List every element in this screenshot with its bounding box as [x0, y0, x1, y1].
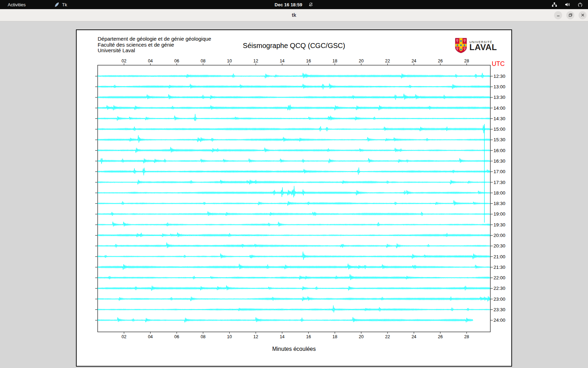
- x-tick-label-top: 20: [359, 59, 364, 63]
- x-tick-label-top: 18: [332, 59, 337, 63]
- trace-time-label: 21:30: [493, 265, 505, 270]
- trace-time-label: 18:30: [493, 201, 505, 206]
- x-tick-label-top: 16: [306, 59, 311, 63]
- app-menu-label: Tk: [62, 2, 67, 7]
- muted-bell-icon: [308, 2, 313, 7]
- top-bar: Activities Tk Dec 16 18:59: [0, 0, 588, 9]
- x-tick-label-top: 12: [253, 59, 258, 63]
- seismo-trace: [98, 168, 490, 176]
- seismo-trace: [98, 274, 490, 280]
- x-tick-label-top: 26: [438, 59, 443, 63]
- utc-label: UTC: [492, 60, 505, 68]
- seismo-trace: [98, 243, 490, 248]
- trace-time-label: 22:30: [493, 286, 505, 291]
- x-tick-label-top: 28: [464, 59, 469, 63]
- trace-time-label: 23:00: [493, 297, 505, 302]
- clock-button[interactable]: Dec 16 18:59: [275, 2, 314, 7]
- x-tick-label-bottom: 10: [227, 334, 232, 339]
- x-tick-label-bottom: 28: [464, 334, 469, 339]
- trace-time-label: 15:00: [493, 127, 505, 132]
- x-tick-label-bottom: 08: [201, 334, 205, 339]
- seismo-trace: [98, 83, 490, 89]
- seismo-trace: [98, 200, 490, 206]
- x-tick-label-bottom: 06: [174, 334, 179, 339]
- minimize-icon: [556, 13, 560, 17]
- network-wired-icon: [552, 2, 557, 7]
- seismograph-plot: 0202040406060808101012121414161618182020…: [77, 30, 511, 366]
- x-tick-label-bottom: 16: [306, 334, 311, 339]
- trace-time-label: 13:00: [493, 84, 505, 89]
- trace-time-label: 24:00: [493, 318, 505, 323]
- power-icon: [578, 2, 583, 7]
- seismo-trace: [98, 211, 490, 216]
- app-menu-button[interactable]: Tk: [54, 2, 67, 7]
- x-tick-label-bottom: 18: [332, 334, 337, 339]
- trace-time-label: 12:30: [493, 74, 505, 79]
- seismo-trace: [98, 222, 490, 226]
- close-icon: [581, 13, 585, 17]
- seismo-trace: [98, 186, 490, 197]
- seismograph-card: Département de géologie et de génie géol…: [76, 29, 512, 367]
- x-tick-label-bottom: 22: [385, 334, 390, 339]
- x-tick-label-bottom: 26: [438, 334, 443, 339]
- restore-icon: [568, 13, 573, 17]
- x-tick-label-bottom: 20: [359, 334, 364, 339]
- x-tick-label-bottom: 12: [253, 334, 258, 339]
- x-tick-label-top: 08: [201, 59, 205, 63]
- seismo-trace: [98, 264, 490, 270]
- trace-time-label: 20:30: [493, 243, 505, 248]
- trace-time-label: 19:00: [493, 211, 505, 217]
- minimize-button[interactable]: [554, 11, 562, 19]
- x-tick-label-top: 10: [227, 59, 232, 63]
- seismo-trace: [98, 125, 490, 133]
- x-tick-label-top: 06: [174, 59, 179, 63]
- seismo-trace: [98, 232, 490, 237]
- x-tick-label-top: 22: [385, 59, 390, 63]
- trace-time-label: 18:00: [493, 190, 505, 196]
- seismo-trace: [98, 158, 490, 164]
- trace-time-label: 17:30: [493, 180, 505, 185]
- seismo-trace: [98, 147, 490, 153]
- trace-time-label: 14:00: [493, 105, 505, 111]
- trace-time-label: 20:00: [493, 233, 505, 238]
- trace-time-label: 15:30: [493, 137, 505, 142]
- x-axis-title: Minutes écoulées: [98, 346, 490, 352]
- x-tick-label-bottom: 14: [280, 334, 285, 339]
- seismo-trace: [98, 73, 490, 79]
- trace-time-label: 21:00: [493, 254, 505, 259]
- trace-time-label: 19:30: [493, 222, 505, 227]
- seismo-trace: [98, 296, 490, 301]
- trace-time-label: 16:30: [493, 158, 505, 164]
- seismo-trace: [98, 317, 473, 323]
- seismo-trace: [98, 252, 490, 260]
- trace-time-label: 22:00: [493, 275, 505, 280]
- window-title: tk: [0, 9, 588, 21]
- x-tick-label-bottom: 04: [148, 334, 153, 339]
- maximize-button[interactable]: [566, 11, 574, 19]
- trace-time-label: 13:30: [493, 95, 505, 100]
- seismo-trace: [98, 135, 490, 143]
- trace-time-label: 17:00: [493, 169, 505, 174]
- tk-feather-icon: [54, 2, 59, 7]
- volume-icon: [565, 2, 570, 7]
- x-tick-label-top: 24: [412, 59, 416, 63]
- x-tick-label-top: 02: [121, 59, 126, 63]
- system-status-area[interactable]: [552, 0, 588, 9]
- plot-frame: [98, 65, 490, 332]
- window-content: Département de géologie et de génie géol…: [0, 21, 588, 368]
- x-tick-label-bottom: 24: [412, 334, 416, 339]
- trace-time-label: 14:30: [493, 116, 505, 121]
- close-button[interactable]: [579, 11, 587, 19]
- seismo-trace: [98, 305, 490, 312]
- clock-label: Dec 16 18:59: [275, 2, 302, 7]
- x-tick-label-top: 14: [280, 59, 285, 63]
- trace-time-label: 16:00: [493, 148, 505, 153]
- seismo-trace: [98, 180, 490, 185]
- seismo-trace: [98, 94, 490, 100]
- trace-time-label: 23:30: [493, 307, 505, 312]
- activities-button[interactable]: Activities: [6, 2, 28, 7]
- x-tick-label-top: 04: [148, 59, 153, 63]
- x-tick-label-bottom: 02: [121, 334, 126, 339]
- window-titlebar[interactable]: tk: [0, 9, 588, 21]
- seismo-trace: [98, 114, 490, 121]
